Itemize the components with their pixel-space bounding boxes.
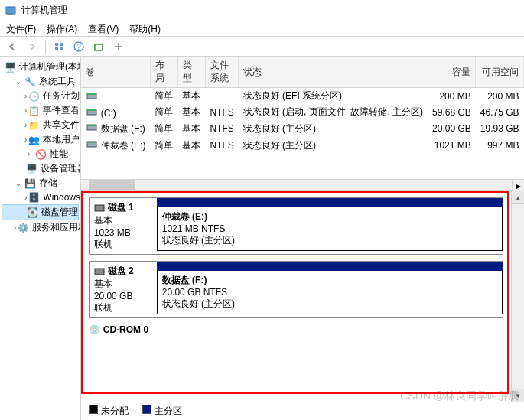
tree-wsb[interactable]: ›🗄️Windows Server Back	[2, 190, 79, 204]
volume-icon	[86, 106, 98, 117]
tree-shared-folders[interactable]: ›📁共享文件夹	[2, 118, 79, 132]
refresh-button[interactable]	[90, 38, 108, 55]
disk-info: 磁盘 2基本20.00 GB联机	[90, 262, 157, 317]
volume-icon	[86, 138, 98, 149]
svg-rect-8	[95, 44, 103, 50]
help-button[interactable]: ?	[70, 38, 88, 55]
disk-row[interactable]: 磁盘 1基本1023 MB联机仲裁卷 (E:)1021 MB NTFS状态良好 …	[89, 197, 503, 255]
h-scrollbar[interactable]: ▸	[81, 179, 524, 191]
back-button[interactable]	[3, 38, 21, 55]
scroll-up-icon[interactable]: ▴	[512, 191, 524, 204]
legend-unallocated: 未分配	[89, 405, 129, 418]
gear-icon: ⚙️	[18, 222, 29, 234]
volume-icon	[86, 122, 98, 132]
col-status[interactable]: 状态	[239, 57, 428, 88]
collapse-icon[interactable]: ⌄	[14, 77, 22, 86]
expand-icon[interactable]: ›	[24, 106, 27, 115]
tree-performance[interactable]: ›🚫性能	[2, 147, 79, 161]
svg-rect-17	[95, 205, 104, 211]
toolbar: ?	[0, 37, 524, 57]
expand-icon[interactable]: ›	[24, 135, 27, 144]
perf-icon: 🚫	[34, 148, 47, 161]
titlebar: 计算机管理	[0, 0, 524, 21]
svg-rect-5	[60, 47, 63, 50]
svg-rect-18	[95, 269, 104, 275]
tree-storage[interactable]: ⌄💾存储	[2, 176, 79, 190]
svg-rect-14	[87, 125, 96, 126]
tree-services-apps[interactable]: ›⚙️服务和应用程序	[2, 220, 79, 235]
disk-info: 磁盘 1基本1023 MB联机	[90, 198, 157, 254]
disk-row[interactable]: 磁盘 2基本20.00 GB联机数据盘 (F:)20.00 GB NTFS状态良…	[89, 261, 503, 318]
svg-rect-2	[55, 43, 58, 46]
menu-bar: 文件(F) 操作(A) 查看(V) 帮助(H)	[0, 21, 524, 37]
svg-rect-4	[55, 47, 58, 50]
col-type[interactable]: 类型	[177, 57, 205, 88]
legend-swatch-black	[89, 405, 98, 414]
col-fs[interactable]: 文件系统	[205, 57, 238, 88]
volume-table: 卷 布局 类型 文件系统 状态 容量 可用空间 简单基本状态良好 (EFI 系统…	[81, 57, 524, 179]
cdrom-row[interactable]: 💿 CD-ROM 0	[89, 324, 503, 335]
legend-primary: 主分区	[142, 405, 182, 418]
legend-swatch-blue	[142, 405, 151, 414]
expand-icon[interactable]: ›	[14, 223, 16, 232]
disk-partition[interactable]: 仲裁卷 (E:)1021 MB NTFS状态良好 (主分区)	[157, 198, 503, 254]
view-button[interactable]	[50, 38, 68, 55]
menu-help[interactable]: 帮助(H)	[129, 23, 161, 34]
svg-text:?: ?	[76, 43, 81, 51]
table-row[interactable]: (C:)简单基本NTFS状态良好 (启动, 页面文件, 故障转储, 主分区)59…	[81, 104, 524, 120]
svg-rect-12	[87, 109, 96, 111]
storage-icon: 💾	[24, 177, 36, 190]
tree-root[interactable]: 🖥️计算机管理(本地)	[2, 60, 79, 74]
collapse-icon[interactable]: ⌄	[14, 179, 22, 187]
svg-rect-10	[87, 93, 96, 95]
cdrom-icon: 💿	[89, 324, 100, 335]
col-layout[interactable]: 布局	[150, 57, 177, 88]
v-scrollbar[interactable]: ▴ ▾	[511, 191, 524, 402]
legend: 未分配 主分区	[81, 402, 524, 420]
disk-graphical: 磁盘 1基本1023 MB联机仲裁卷 (E:)1021 MB NTFS状态良好 …	[81, 191, 511, 402]
menu-file[interactable]: 文件(F)	[6, 23, 36, 34]
tree-local-users[interactable]: ›👥本地用户和组	[2, 132, 79, 147]
event-icon: 📋	[28, 105, 40, 117]
table-row[interactable]: 仲裁卷 (E:)简单基本NTFS状态良好 (主分区)1021 MB997 MB	[81, 137, 524, 154]
tree-event-viewer[interactable]: ›📋事件查看器	[2, 103, 79, 118]
tree-disk-management[interactable]: 💽磁盘管理	[2, 204, 79, 220]
computer-icon: 🖥️	[5, 61, 16, 73]
users-icon: 👥	[28, 134, 40, 146]
table-row[interactable]: 数据盘 (F:)简单基本NTFS状态良好 (主分区)20.00 GB19.93 …	[81, 120, 524, 137]
svg-rect-16	[87, 142, 96, 143]
clock-icon: 🕒	[28, 90, 40, 103]
device-icon: 🖥️	[26, 163, 37, 175]
app-icon	[5, 5, 17, 17]
expand-icon[interactable]: ›	[24, 121, 27, 129]
tree-task-scheduler[interactable]: ›🕒任务计划程序	[2, 89, 79, 103]
title: 计算机管理	[21, 4, 67, 17]
scroll-right-icon[interactable]: ▸	[512, 180, 524, 192]
disk-icon	[94, 267, 105, 276]
expand-icon[interactable]: ›	[24, 194, 27, 202]
svg-rect-1	[8, 14, 13, 15]
tree-device-manager[interactable]: 🖥️设备管理器	[2, 161, 79, 176]
menu-action[interactable]: 操作(A)	[47, 23, 77, 34]
nav-tree: 🖥️计算机管理(本地) ⌄🔧系统工具 ›🕒任务计划程序 ›📋事件查看器 ›📁共享…	[0, 57, 81, 420]
svg-rect-3	[60, 43, 63, 46]
col-capacity[interactable]: 容量	[428, 57, 476, 88]
backup-icon: 🗄️	[28, 191, 40, 203]
menu-view[interactable]: 查看(V)	[88, 23, 119, 34]
wrench-icon: 🔧	[24, 76, 36, 88]
folder-icon: 📁	[28, 119, 40, 132]
svg-rect-0	[6, 7, 15, 14]
scroll-down-icon[interactable]: ▾	[512, 389, 524, 402]
expand-icon[interactable]: ›	[24, 150, 33, 158]
action-button[interactable]	[109, 38, 128, 55]
tree-system-tools[interactable]: ⌄🔧系统工具	[2, 74, 79, 89]
volume-icon	[86, 90, 98, 101]
col-volume[interactable]: 卷	[81, 57, 151, 88]
disk-icon	[94, 203, 105, 213]
disk-partition[interactable]: 数据盘 (F:)20.00 GB NTFS状态良好 (主分区)	[157, 262, 503, 317]
forward-button[interactable]	[23, 38, 41, 55]
expand-icon[interactable]: ›	[24, 92, 27, 100]
table-row[interactable]: 简单基本状态良好 (EFI 系统分区)200 MB200 MB	[81, 88, 524, 105]
scrollbar-thumb[interactable]	[89, 180, 135, 190]
col-free[interactable]: 可用空间	[476, 57, 524, 88]
